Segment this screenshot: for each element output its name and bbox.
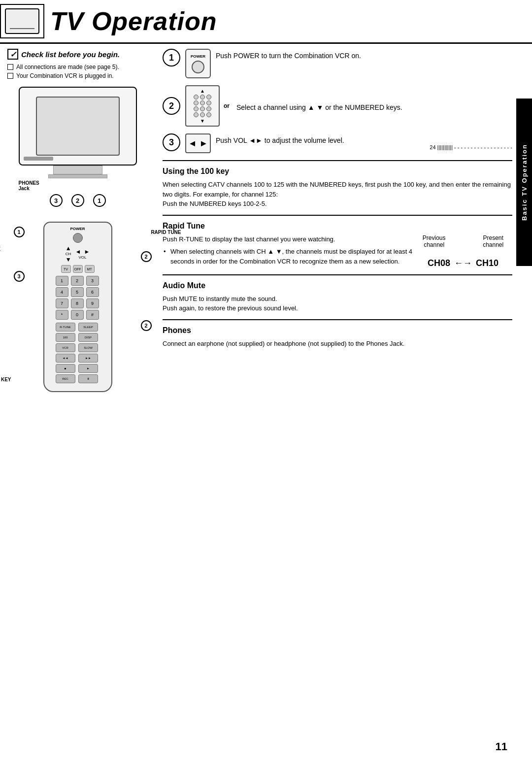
vol-lr-btns: ◄ ► (75, 248, 90, 255)
remote-btn-rtune[interactable]: R-TUNE (56, 323, 75, 332)
remote-btn-mute[interactable]: MT (85, 265, 95, 273)
section-100-key-title: Using the 100 key (163, 167, 512, 176)
remote-btn-ff[interactable]: ►► (78, 354, 98, 363)
ch-dot (200, 95, 205, 100)
ch-dot (206, 100, 211, 105)
ch-label: CH (66, 252, 71, 256)
remote-btn-2[interactable]: 2 (71, 276, 84, 286)
remote-btn-3[interactable]: 3 (86, 276, 99, 286)
remote-btn-vcr[interactable]: VCR (56, 343, 75, 352)
phones-area: PHONES Jack 3 2 1 (14, 180, 142, 207)
tv-base (53, 166, 102, 174)
remote-btn-off[interactable]: OFF (73, 265, 83, 273)
remote-btn-hash[interactable]: # (86, 310, 99, 320)
vol-icon: ◄ ► (185, 133, 211, 153)
vol-bar-label: 24 ||||||||||| - - - - - - - - - - - - -… (430, 144, 512, 150)
checkbox-1 (7, 64, 13, 70)
remote-vol-cluster: ◄ ► VOL (75, 245, 90, 263)
remote-btn-sleep[interactable]: SLEEP (78, 323, 98, 332)
step-2-row: 2 ▲ (163, 85, 512, 127)
ch-labels-row: Previous channel Present channel (414, 234, 512, 248)
ch-down-btn[interactable]: ▼ (66, 256, 71, 263)
remote-ch-vol-cluster: ▲ CH ▼ ◄ ► VOL (48, 245, 107, 263)
vol-label: VOL (78, 255, 86, 260)
ch-dot (194, 112, 199, 117)
ch-dot (194, 106, 199, 111)
ch-selector-box: ▲ (185, 85, 220, 127)
remote-btn-tv[interactable]: TV (61, 265, 71, 273)
ch-dot (206, 112, 211, 117)
remote-btn-disp[interactable]: DISP (78, 333, 98, 342)
step-3-row: 3 ◄ ► Push VOL ◄► to adjust the volume l… (163, 133, 512, 153)
ch-dot (200, 100, 205, 105)
rapid-tune-content: Push R-TUNE to display the last channel … (163, 234, 512, 268)
section-audio-mute-body: Push MUTE to instantly mute the sound. P… (163, 294, 512, 313)
remote-extra-btns: R-TUNE SLEEP 100 DISP VCR SLOW ◄◄ ►► ■ ►… (56, 323, 100, 383)
ch-selector-area: ▲ (185, 85, 232, 127)
tv-detail (24, 157, 53, 161)
header-tv-icon (0, 4, 44, 38)
tv-circled-numbers: 3 2 1 (14, 194, 142, 207)
main-content: ✓ Check list before you begin. All conne… (0, 44, 532, 763)
remote-btn-slow[interactable]: SLOW (78, 343, 98, 352)
remote-btn-4[interactable]: 4 (56, 287, 68, 297)
step-1-icon: POWER (185, 49, 211, 78)
remote-btn-100[interactable]: 100 (56, 333, 75, 342)
remote-btn-9[interactable]: 9 (86, 299, 99, 308)
remote-btn-play[interactable]: ► (78, 364, 98, 373)
ch-up-btn[interactable]: ▲ (66, 245, 71, 252)
tv-icon (5, 8, 39, 34)
section-rapid-tune-title: Rapid Tune (163, 222, 512, 231)
section-phones-body: Connect an earphone (not supplied) or he… (163, 339, 512, 349)
checkbox-2 (7, 73, 13, 79)
checkmark-icon: ✓ (7, 49, 18, 60)
vol-left-btn[interactable]: ◄ (75, 248, 81, 255)
remote-btn-5[interactable]: 5 (71, 287, 84, 297)
remote-btn-0[interactable]: 0 (71, 310, 84, 320)
remote-btn-stop[interactable]: ■ (56, 364, 75, 373)
right-column: 1 POWER Push POWER to turn the Combinati… (153, 44, 532, 763)
page-title: TV Operation (50, 6, 217, 36)
remote-btn-1[interactable]: 1 (56, 276, 68, 286)
remote-btn-7[interactable]: 7 (56, 299, 68, 308)
remote-body: POWER ▲ CH ▼ ◄ ► (43, 222, 112, 392)
side-tab: Basic TV Operation (516, 99, 532, 266)
vol-right-btn[interactable]: ► (84, 248, 90, 255)
remote-btn-pause[interactable]: ⏸ (78, 374, 98, 383)
remote-btn-rec[interactable]: REC (56, 374, 75, 383)
section-phones: Phones Connect an earphone (not supplied… (163, 326, 512, 349)
tv-screen (36, 97, 120, 156)
checklist-item-2: Your Combination VCR is plugged in. (7, 72, 148, 79)
vol-bar-area: 24 ||||||||||| - - - - - - - - - - - - -… (424, 144, 512, 152)
ch-dot (206, 95, 211, 100)
section-audio-mute: Audio Mute Push MUTE to instantly mute t… (163, 281, 512, 313)
ch-diagram: Previous channel Present channel CH08 ←→… (414, 234, 512, 268)
circled-num-2: 2 (71, 194, 84, 207)
remote-btn-rew[interactable]: ◄◄ (56, 354, 75, 363)
remote-power-btn[interactable] (73, 233, 83, 243)
remote-power-label: POWER (48, 227, 107, 231)
step-3-text: Push VOL ◄► to adjust the volume level. (216, 133, 512, 144)
mute-label: MUTE (0, 246, 0, 252)
power-circle-btn (192, 61, 204, 73)
ch-dot (206, 106, 211, 111)
remote-btn-8[interactable]: 8 (71, 299, 84, 308)
remote-btn-star[interactable]: * (56, 310, 68, 320)
checklist-item-1: All connections are made (see page 5). (7, 64, 148, 70)
ch-dot (194, 95, 199, 100)
remote-btn-6[interactable]: 6 (86, 287, 99, 297)
ch-dot-row-3 (194, 106, 211, 111)
ch-dot (194, 100, 199, 105)
ch-row: CH08 ←→ CH10 (414, 258, 512, 268)
divider-1 (163, 160, 512, 161)
step-3-circle: 3 (163, 133, 180, 151)
section-100-key-body: When selecting CATV channels 100 to 125 … (163, 180, 512, 209)
remote-label-1: 1 (14, 227, 25, 237)
section-phones-title: Phones (163, 326, 512, 335)
tv-stand (48, 174, 107, 178)
remote-right-label-2b: 2 (141, 320, 152, 331)
page-number: 11 (496, 740, 507, 753)
ch-arrow: ←→ (454, 258, 472, 268)
power-icon-label: POWER (191, 54, 205, 59)
ch-to: CH10 (476, 258, 499, 268)
